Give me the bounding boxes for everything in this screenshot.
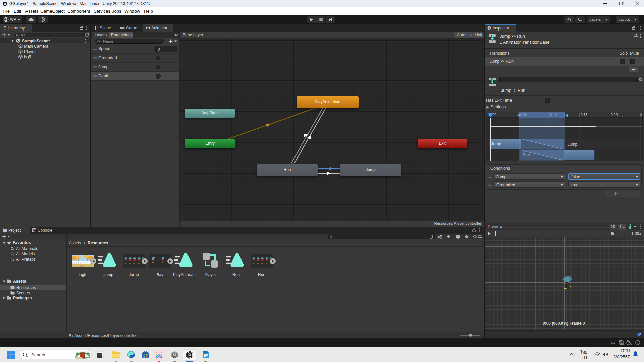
svg-text:0:20: 0:20 bbox=[611, 113, 618, 117]
svg-text:0:15: 0:15 bbox=[581, 113, 588, 117]
svg-text:0:: 0: bbox=[641, 113, 642, 117]
